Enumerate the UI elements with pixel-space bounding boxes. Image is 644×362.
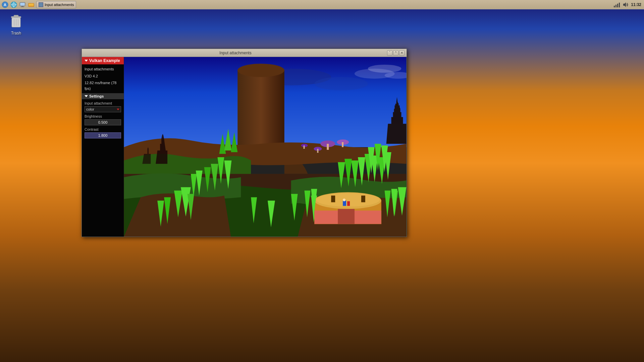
collapse-triangle-icon <box>85 60 88 62</box>
panel-info-line-3: 12.82 ms/frame (78 fps) <box>82 79 124 92</box>
svg-rect-30 <box>327 144 329 150</box>
svg-point-25 <box>368 65 401 73</box>
folder-icon[interactable] <box>28 1 35 8</box>
panel-info-line-2: V3D 4.2 <box>82 73 124 80</box>
window-minimize-button[interactable]: ˇ <box>387 50 392 56</box>
svg-rect-76 <box>331 195 335 202</box>
svg-text:A: A <box>4 3 6 7</box>
svg-rect-77 <box>361 195 365 202</box>
svg-rect-8 <box>21 6 23 7</box>
svg-point-80 <box>343 198 345 201</box>
browser-icon[interactable] <box>10 1 17 8</box>
window-controls: ˇ ^ ✕ <box>387 50 405 56</box>
taskbar-right: 11:32 <box>613 1 644 8</box>
brightness-label: Brightness <box>82 113 124 119</box>
svg-rect-16 <box>14 15 18 17</box>
app-menu-icon[interactable]: A <box>1 1 9 8</box>
dropdown-arrow-icon <box>117 109 119 110</box>
input-attachment-label: Input attachment <box>82 100 124 106</box>
svg-rect-79 <box>347 201 350 206</box>
app-window: Input attachments ˇ ^ ✕ Vulkan Example I… <box>82 49 407 237</box>
panel-header: Vulkan Example <box>82 57 124 64</box>
window-maximize-button[interactable]: ^ <box>393 50 398 56</box>
window-titlebar: Input attachments ˇ ^ ✕ <box>82 49 407 57</box>
svg-rect-78 <box>343 200 346 206</box>
settings-section-label: Settings <box>89 94 104 98</box>
scene-render <box>124 57 407 237</box>
trash-label: Trash <box>11 31 21 36</box>
brightness-input[interactable]: 0.500 <box>85 119 121 125</box>
clock: 11:32 <box>631 2 641 7</box>
trash-icon <box>8 13 24 29</box>
svg-rect-9 <box>21 7 24 7</box>
contrast-label: Contrast <box>82 126 124 132</box>
svg-rect-12 <box>617 4 618 7</box>
taskbar: A I <box>0 0 644 9</box>
3d-viewport[interactable] <box>124 57 407 237</box>
input-attachment-value: color <box>86 107 94 111</box>
sound-tray-icon[interactable] <box>622 1 629 8</box>
taskbar-window-label: Input attachments <box>45 3 74 7</box>
svg-rect-10 <box>614 6 615 7</box>
taskbar-window-button[interactable]: Input attachments <box>36 1 76 8</box>
contrast-input[interactable]: 1.800 <box>85 132 121 138</box>
panel-header-label: Vulkan Example <box>89 58 120 63</box>
svg-rect-34 <box>317 149 318 153</box>
window-icon <box>39 2 43 7</box>
input-attachment-dropdown[interactable]: color <box>85 106 121 112</box>
settings-panel: Vulkan Example Input attachments V3D 4.2… <box>82 57 124 237</box>
svg-marker-14 <box>623 2 626 7</box>
svg-point-28 <box>237 64 284 77</box>
window-close-button[interactable]: ✕ <box>399 50 405 56</box>
settings-triangle-icon <box>85 95 88 97</box>
window-title: Input attachments <box>84 51 387 55</box>
svg-rect-36 <box>304 145 305 149</box>
svg-rect-13 <box>619 3 620 7</box>
window-content: Vulkan Example Input attachments V3D 4.2… <box>82 57 407 237</box>
network-tray-icon[interactable] <box>613 1 620 8</box>
settings-section-header: Settings <box>82 93 124 99</box>
svg-rect-7 <box>20 3 25 6</box>
svg-rect-11 <box>615 5 616 7</box>
taskbar-left: A I <box>0 1 76 8</box>
svg-rect-75 <box>338 209 355 224</box>
svg-rect-32 <box>342 142 343 147</box>
trash-desktop-icon[interactable]: Trash <box>7 12 25 37</box>
monitor-icon[interactable] <box>19 1 26 8</box>
panel-info-line-1: Input attachments <box>82 66 124 73</box>
svg-point-23 <box>314 77 368 90</box>
